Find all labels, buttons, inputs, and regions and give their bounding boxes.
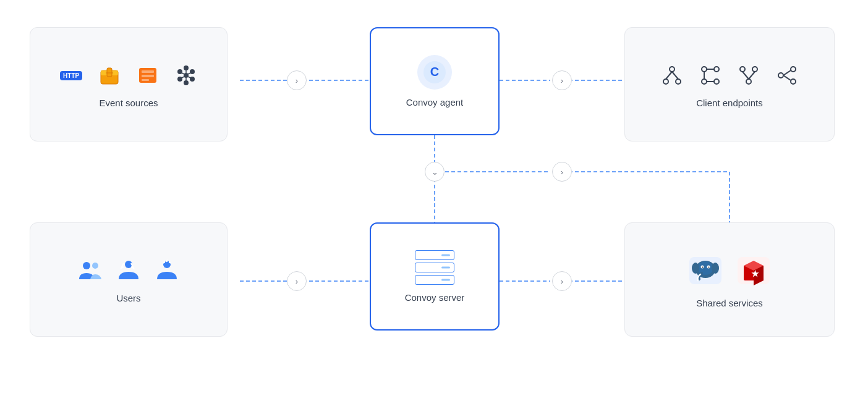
event-sources-icons: HTTP	[56, 61, 201, 90]
svg-point-59	[92, 263, 98, 269]
shared-services-label: Shared services	[696, 298, 763, 308]
svg-point-67	[702, 267, 704, 268]
users-box: Users	[30, 222, 228, 337]
client-endpoints-box: Client endpoints	[624, 27, 835, 141]
svg-point-68	[708, 267, 710, 268]
shared-services-icons: ★	[686, 251, 773, 290]
users-icons	[75, 256, 182, 285]
branch-icon-3	[734, 61, 764, 90]
svg-line-33	[188, 77, 190, 78]
svg-point-50	[752, 67, 757, 72]
svg-point-58	[83, 262, 90, 269]
convoy-agent-logo: C	[417, 55, 452, 90]
svg-point-70	[712, 263, 719, 274]
svg-point-26	[177, 77, 182, 82]
shared-services-box: ★ Shared services	[624, 222, 835, 337]
arrow-agent-down: ⌄	[425, 162, 445, 182]
svg-line-31	[188, 73, 190, 74]
client-endpoints-icons	[657, 61, 802, 90]
svg-line-32	[182, 77, 184, 78]
block-icon	[133, 61, 163, 90]
svg-point-42	[702, 79, 707, 84]
arrow-es-agent: ›	[287, 70, 307, 90]
svg-point-23	[184, 80, 189, 85]
svg-point-49	[740, 67, 745, 72]
arrow-agent-ce: ›	[552, 70, 572, 90]
branch-icon-1	[657, 61, 687, 90]
svg-rect-20	[142, 79, 149, 81]
svg-point-38	[676, 79, 681, 84]
arrow-server-shared: ›	[552, 271, 572, 291]
svg-point-37	[663, 79, 668, 84]
svg-point-48	[746, 79, 751, 84]
svg-point-54	[791, 67, 796, 72]
convoy-server-label: Convoy server	[405, 292, 465, 303]
convoy-agent-box: C Convoy agent	[370, 27, 500, 135]
redis-icon: ★	[734, 251, 773, 290]
event-sources-box: HTTP	[30, 27, 228, 141]
branch-icon-4	[772, 61, 802, 90]
arrow-junction-right: ›	[552, 162, 572, 182]
svg-point-36	[670, 67, 674, 72]
svg-point-21	[184, 73, 189, 78]
svg-point-64	[697, 261, 713, 275]
svg-point-43	[714, 67, 719, 72]
svg-line-39	[666, 72, 672, 79]
svg-point-24	[177, 69, 182, 74]
svg-rect-19	[142, 75, 154, 77]
svg-point-69	[692, 263, 699, 274]
client-endpoints-label: Client endpoints	[696, 98, 763, 108]
convoy-agent-label: Convoy agent	[406, 97, 464, 107]
kafka-icon	[171, 61, 201, 90]
branch-icon-2	[696, 61, 725, 90]
svg-point-22	[184, 65, 189, 70]
svg-line-56	[783, 70, 791, 75]
svg-point-41	[702, 67, 707, 72]
http-icon: HTTP	[56, 61, 86, 90]
svg-rect-18	[142, 70, 154, 73]
svg-line-40	[672, 72, 678, 79]
svg-point-27	[190, 77, 195, 82]
convoy-server-icon	[415, 250, 454, 285]
users-label: Users	[116, 293, 140, 303]
svg-point-44	[714, 79, 719, 84]
convoy-server-box: Convoy server	[370, 222, 500, 331]
svg-rect-15	[107, 68, 112, 77]
event-sources-label: Event sources	[99, 98, 158, 108]
svg-line-52	[749, 72, 755, 79]
svg-line-57	[783, 75, 791, 80]
package-icon	[95, 61, 124, 90]
svg-point-55	[791, 79, 796, 84]
postgres-icon	[686, 251, 725, 290]
svg-text:★: ★	[751, 269, 759, 279]
svg-line-51	[742, 72, 749, 79]
svg-point-25	[190, 69, 195, 74]
svg-point-53	[778, 73, 783, 78]
svg-text:C: C	[430, 65, 439, 78]
architecture-diagram: › › ⌄ › › › HTTP	[0, 0, 868, 396]
user-group-3	[152, 256, 182, 285]
arrow-users-server: ›	[287, 271, 307, 291]
user-group-2	[114, 256, 143, 285]
user-group-1	[75, 256, 105, 285]
svg-line-30	[182, 73, 184, 74]
